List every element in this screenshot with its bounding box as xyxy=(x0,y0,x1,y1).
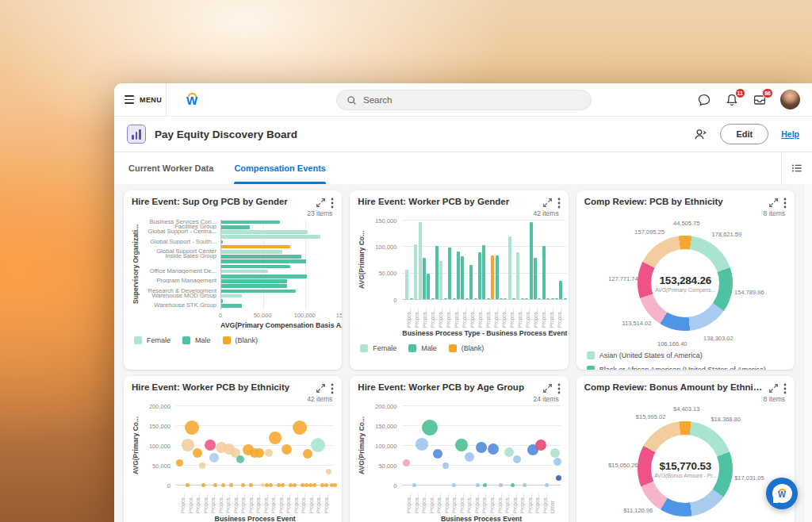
data-point[interactable] xyxy=(556,475,561,481)
data-point[interactable] xyxy=(193,448,202,458)
bar[interactable] xyxy=(534,258,537,299)
bar[interactable] xyxy=(453,298,456,299)
data-point[interactable] xyxy=(209,453,219,463)
bar[interactable] xyxy=(419,222,422,299)
bar[interactable] xyxy=(555,298,558,299)
workday-assistant-button[interactable]: W xyxy=(766,478,798,509)
kebab-menu-icon[interactable] xyxy=(557,197,561,209)
help-link[interactable]: Help xyxy=(781,129,799,139)
bar[interactable] xyxy=(542,246,546,299)
data-point[interactable] xyxy=(465,452,474,462)
bar[interactable] xyxy=(516,252,519,299)
profile-avatar[interactable] xyxy=(780,90,800,109)
notifications-button[interactable]: 11 xyxy=(725,93,739,107)
bar[interactable] xyxy=(478,252,481,299)
data-point[interactable] xyxy=(333,483,337,487)
bar[interactable] xyxy=(435,246,439,299)
bar[interactable] xyxy=(457,251,460,299)
bar[interactable] xyxy=(221,279,287,283)
data-point[interactable] xyxy=(311,438,325,452)
bar[interactable] xyxy=(221,221,280,225)
search-input[interactable] xyxy=(363,95,581,105)
data-point[interactable] xyxy=(488,443,499,455)
data-point[interactable] xyxy=(205,439,216,451)
data-point[interactable] xyxy=(303,449,312,459)
bar[interactable] xyxy=(427,274,430,299)
bar[interactable] xyxy=(423,258,426,299)
bar[interactable] xyxy=(221,265,290,269)
data-point[interactable] xyxy=(269,432,282,444)
bar[interactable] xyxy=(512,298,515,299)
bar[interactable] xyxy=(221,304,242,308)
bar[interactable] xyxy=(530,222,533,299)
bar[interactable] xyxy=(469,265,473,299)
data-point[interactable] xyxy=(513,455,521,463)
bar[interactable] xyxy=(474,298,477,299)
data-point[interactable] xyxy=(433,449,442,459)
kebab-menu-icon[interactable] xyxy=(331,382,334,394)
search-bar[interactable] xyxy=(336,90,592,110)
bar[interactable] xyxy=(482,245,485,299)
bar[interactable] xyxy=(221,230,308,234)
bar[interactable] xyxy=(538,298,541,299)
data-point[interactable] xyxy=(416,438,428,451)
bar[interactable] xyxy=(414,244,417,299)
bar[interactable] xyxy=(525,298,528,299)
inbox-button[interactable]: 86 xyxy=(753,93,767,107)
bar[interactable] xyxy=(221,250,282,254)
bar[interactable] xyxy=(559,281,562,299)
bar[interactable] xyxy=(521,298,524,299)
expand-icon[interactable] xyxy=(316,197,326,208)
expand-icon[interactable] xyxy=(768,382,779,393)
kebab-menu-icon[interactable] xyxy=(557,382,561,394)
bar[interactable] xyxy=(221,225,250,229)
kebab-menu-icon[interactable] xyxy=(783,197,787,209)
workday-logo[interactable]: W xyxy=(186,93,197,106)
bar[interactable] xyxy=(491,255,494,299)
bar[interactable] xyxy=(405,270,408,299)
bar[interactable] xyxy=(448,248,451,299)
share-people-icon[interactable] xyxy=(694,128,707,141)
bar[interactable] xyxy=(504,298,507,299)
bar[interactable] xyxy=(465,298,469,299)
kebab-menu-icon[interactable] xyxy=(783,382,787,394)
bar[interactable] xyxy=(221,270,268,274)
bar[interactable] xyxy=(221,290,296,294)
scrollbar-gutter[interactable] xyxy=(803,184,812,522)
bar[interactable] xyxy=(500,298,503,299)
tab-compensation-events[interactable]: Compensation Events xyxy=(234,152,326,184)
board-settings-button[interactable] xyxy=(781,152,812,184)
bar[interactable] xyxy=(221,259,306,263)
data-point[interactable] xyxy=(255,448,264,458)
expand-icon[interactable] xyxy=(768,197,779,208)
bar[interactable] xyxy=(221,235,320,239)
data-point[interactable] xyxy=(422,420,438,436)
expand-icon[interactable] xyxy=(542,197,553,208)
bar[interactable] xyxy=(221,284,287,288)
data-point[interactable] xyxy=(403,459,410,466)
data-point[interactable] xyxy=(504,447,514,457)
bar[interactable] xyxy=(221,240,223,244)
data-point[interactable] xyxy=(185,420,199,435)
bar[interactable] xyxy=(410,298,413,299)
data-point[interactable] xyxy=(535,439,546,451)
bar[interactable] xyxy=(221,255,301,259)
bar[interactable] xyxy=(564,298,567,299)
bar[interactable] xyxy=(444,298,447,299)
data-point[interactable] xyxy=(550,448,560,458)
bar[interactable] xyxy=(551,298,554,299)
expand-icon[interactable] xyxy=(316,382,326,393)
data-point[interactable] xyxy=(553,458,561,466)
bar[interactable] xyxy=(461,256,464,299)
bar[interactable] xyxy=(487,298,490,299)
edit-button[interactable]: Edit xyxy=(720,124,768,144)
bar[interactable] xyxy=(221,294,242,298)
bar[interactable] xyxy=(221,245,290,249)
bar[interactable] xyxy=(221,274,307,278)
data-point[interactable] xyxy=(182,439,194,451)
bar[interactable] xyxy=(508,236,511,299)
data-point[interactable] xyxy=(199,463,205,469)
data-point[interactable] xyxy=(326,469,331,474)
bar[interactable] xyxy=(431,298,435,299)
data-point[interactable] xyxy=(476,442,487,453)
